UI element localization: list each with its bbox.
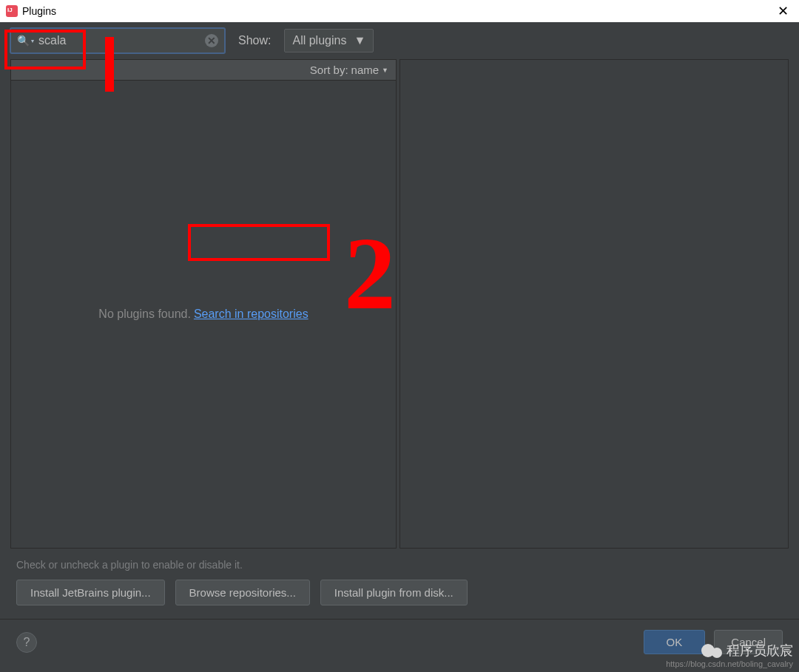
footer-right: OK Cancel [644, 630, 783, 654]
close-icon[interactable]: ✕ [773, 3, 793, 19]
titlebar: Plugins ✕ [0, 0, 799, 22]
clear-search-icon[interactable]: ✕ [205, 34, 218, 47]
search-icon: 🔍 [17, 35, 30, 47]
content: Sort by: name ▼ No plugins found. Search… [0, 59, 799, 549]
toolbar: 🔍 ▾ ✕ Show: All plugins ▼ [0, 22, 799, 59]
search-options-chevron-icon[interactable]: ▾ [31, 38, 34, 44]
chevron-down-icon: ▼ [354, 34, 365, 47]
cancel-button[interactable]: Cancel [714, 630, 783, 654]
sort-value: name [351, 64, 380, 76]
install-buttons-row: Install JetBrains plugin... Browse repos… [0, 580, 799, 619]
search-box[interactable]: 🔍 ▾ ✕ [10, 28, 225, 53]
sort-label: Sort by: [310, 64, 348, 76]
footer: ? OK Cancel [0, 619, 799, 665]
sort-bar[interactable]: Sort by: name ▼ [11, 60, 396, 81]
search-input[interactable] [38, 34, 205, 47]
show-filter-value: All plugins [292, 34, 346, 47]
window-title: Plugins [22, 5, 56, 17]
show-label: Show: [238, 34, 271, 47]
show-filter-select[interactable]: All plugins ▼ [284, 29, 374, 52]
install-jetbrains-plugin-button[interactable]: Install JetBrains plugin... [16, 580, 165, 605]
app-icon [6, 5, 18, 17]
ok-button[interactable]: OK [644, 630, 706, 654]
empty-text: No plugins found. [98, 308, 191, 321]
help-button[interactable]: ? [16, 632, 37, 653]
plugin-list-panel: Sort by: name ▼ No plugins found. Search… [10, 59, 397, 549]
install-plugin-from-disk-button[interactable]: Install plugin from disk... [320, 580, 468, 605]
search-in-repositories-link[interactable]: Search in repositories [194, 308, 309, 321]
browse-repositories-button[interactable]: Browse repositories... [175, 580, 310, 605]
plugin-list: No plugins found. Search in repositories [11, 81, 396, 548]
plugin-detail-panel [400, 59, 789, 549]
titlebar-left: Plugins [6, 5, 56, 17]
hint-text: Check or uncheck a plugin to enable or d… [0, 549, 799, 580]
sort-chevron-icon: ▼ [382, 67, 388, 74]
